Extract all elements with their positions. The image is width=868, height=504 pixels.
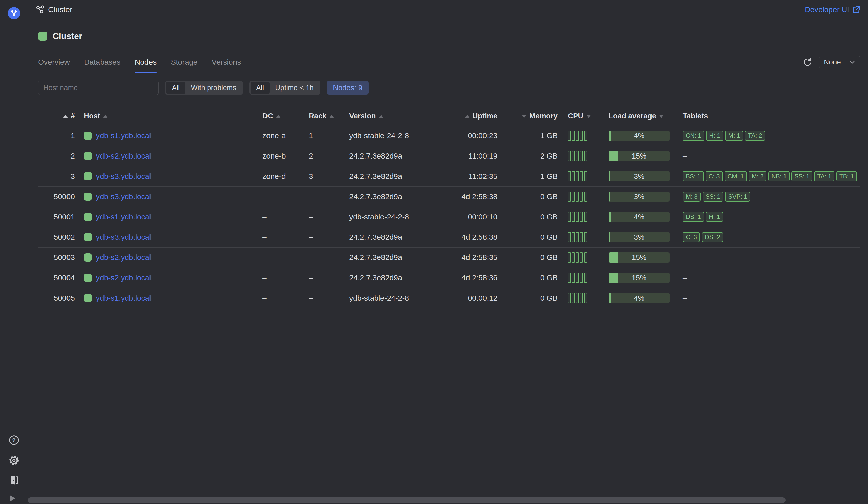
sidebar-expand-button[interactable] — [10, 495, 15, 502]
tablet-chip[interactable]: M: 3 — [683, 191, 701, 202]
dc-value: – — [262, 273, 267, 282]
tablet-chip[interactable]: SVP: 1 — [725, 191, 750, 202]
column-header-dc[interactable]: DC — [259, 106, 303, 126]
horizontal-scrollbar-thumb[interactable] — [28, 497, 786, 503]
node-id-cell: 2 — [38, 146, 75, 166]
host-link[interactable]: ydb-s3.ydb.local — [96, 192, 151, 201]
load-cell: 15% — [609, 146, 675, 166]
tablet-chip[interactable]: M: 2 — [749, 171, 767, 181]
tablet-chip[interactable]: H: 1 — [706, 130, 723, 141]
memory-value: 0 GB — [540, 233, 558, 241]
toggle-option[interactable]: Uptime < 1h — [270, 82, 319, 94]
rack-cell: 3 — [303, 166, 348, 187]
column-header-load[interactable]: Load average — [609, 106, 675, 126]
tablet-chip[interactable]: C: 3 — [683, 232, 700, 242]
column-header-memory[interactable]: Memory — [497, 106, 558, 126]
tablet-chip[interactable]: SS: 1 — [791, 171, 813, 181]
tablet-chip[interactable]: C: 3 — [705, 171, 723, 181]
column-header-host[interactable]: Host — [75, 106, 259, 126]
tablet-chips: M: 3SS: 1SVP: 1 — [683, 191, 860, 202]
tablet-chip[interactable]: DS: 1 — [683, 212, 704, 222]
tab-nodes[interactable]: Nodes — [135, 58, 157, 73]
tablet-chips: C: 3DS: 2 — [683, 232, 860, 242]
cluster-status-square — [38, 32, 48, 41]
nodes-count-badge[interactable]: Nodes: 9 — [327, 81, 369, 95]
uptime-cell: 4d 2:58:38 — [459, 227, 497, 247]
load-average-value: 4% — [609, 293, 670, 303]
rack-value: 2 — [309, 152, 313, 160]
tablet-chip[interactable]: CN: 1 — [683, 130, 704, 141]
tablet-chip[interactable]: TB: 1 — [836, 171, 857, 181]
column-header-rack[interactable]: Rack — [303, 106, 348, 126]
developer-ui-link[interactable]: Developer UI — [805, 5, 860, 14]
version-value: ydb-stable-24-2-8 — [349, 212, 409, 221]
breadcrumb-cluster[interactable]: Cluster — [35, 5, 72, 14]
tablet-chip[interactable]: TA: 1 — [814, 171, 835, 181]
settings-button[interactable] — [8, 454, 20, 466]
tab-databases[interactable]: Databases — [84, 58, 120, 73]
host-link[interactable]: ydb-s1.ydb.local — [96, 294, 151, 302]
tablet-chip[interactable]: H: 1 — [706, 212, 723, 222]
rack-value: – — [309, 192, 313, 201]
version-cell: ydb-stable-24-2-8 — [348, 207, 459, 227]
cpu-core-bar — [584, 130, 587, 141]
cpu-usage-bars — [568, 293, 609, 303]
version-cell: 24.2.7.3e82d9a — [348, 187, 459, 207]
toggle-option[interactable]: All — [250, 82, 270, 94]
ydb-logo[interactable] — [8, 7, 20, 19]
toggle-option[interactable]: With problems — [185, 82, 242, 94]
tablet-chip[interactable]: DS: 2 — [702, 232, 723, 242]
node-row: 50004ydb-s2.ydb.local––24.2.7.3e82d9a4d … — [38, 267, 860, 288]
host-link[interactable]: ydb-s2.ydb.local — [96, 152, 151, 160]
load-average-value: 4% — [609, 130, 670, 141]
host-name-input[interactable] — [38, 81, 159, 95]
logout-button[interactable] — [8, 474, 20, 486]
memory-cell: 1 GB — [497, 126, 558, 146]
tablet-chip[interactable]: CM: 1 — [725, 171, 747, 181]
cpu-core-bar — [576, 212, 579, 222]
column-header-num[interactable]: # — [38, 106, 75, 126]
host-link[interactable]: ydb-s3.ydb.local — [96, 172, 151, 181]
column-header-cpu[interactable]: CPU — [558, 106, 609, 126]
tablet-chip[interactable]: BS: 1 — [683, 171, 704, 181]
cpu-usage-bars — [568, 130, 609, 141]
sort-up-icon — [329, 115, 334, 118]
node-row: 50000ydb-s3.ydb.local––24.2.7.3e82d9a4d … — [38, 187, 860, 207]
nodes-table: #HostDCRackVersionUptimeMemoryCPULoad av… — [38, 106, 860, 308]
refresh-button[interactable] — [802, 56, 814, 68]
column-header-version[interactable]: Version — [348, 106, 459, 126]
node-id-cell: 50004 — [38, 267, 75, 288]
load-average-bar: 3% — [609, 191, 670, 202]
tablet-chips: CN: 1H: 1M: 1TA: 2 — [683, 130, 860, 141]
node-id: 50005 — [54, 294, 75, 302]
host-link[interactable]: ydb-s1.ydb.local — [96, 212, 151, 221]
tablet-chip[interactable]: M: 1 — [725, 130, 743, 141]
rack-value: – — [309, 212, 313, 221]
rack-value: – — [309, 253, 313, 262]
toggle-option[interactable]: All — [166, 82, 185, 94]
cpu-core-bar — [576, 273, 579, 283]
autorefresh-select[interactable]: None — [819, 56, 860, 69]
tab-storage[interactable]: Storage — [171, 58, 197, 73]
host-link[interactable]: ydb-s2.ydb.local — [96, 273, 151, 282]
uptime-value: 11:02:35 — [468, 172, 497, 180]
memory-value: 0 GB — [540, 192, 558, 201]
tablet-chip[interactable]: SS: 1 — [703, 191, 724, 202]
node-id-cell: 50005 — [38, 288, 75, 308]
node-id: 50002 — [54, 233, 75, 241]
help-button[interactable]: ? — [8, 434, 20, 446]
tab-versions[interactable]: Versions — [212, 58, 241, 73]
sort-up-icon — [379, 115, 383, 118]
rack-value: – — [309, 294, 313, 302]
column-header-uptime[interactable]: Uptime — [459, 106, 497, 126]
memory-value: 2 GB — [540, 152, 558, 160]
uptime-value: 4d 2:58:36 — [462, 273, 497, 282]
host-link[interactable]: ydb-s2.ydb.local — [96, 253, 151, 262]
host-link[interactable]: ydb-s1.ydb.local — [96, 132, 151, 140]
memory-cell: 2 GB — [497, 146, 558, 166]
tablet-chip[interactable]: NB: 1 — [768, 171, 789, 181]
column-header-tablets[interactable]: Tablets — [675, 106, 860, 126]
tab-overview[interactable]: Overview — [38, 58, 70, 73]
host-link[interactable]: ydb-s3.ydb.local — [96, 233, 151, 241]
tablet-chip[interactable]: TA: 2 — [745, 130, 765, 141]
